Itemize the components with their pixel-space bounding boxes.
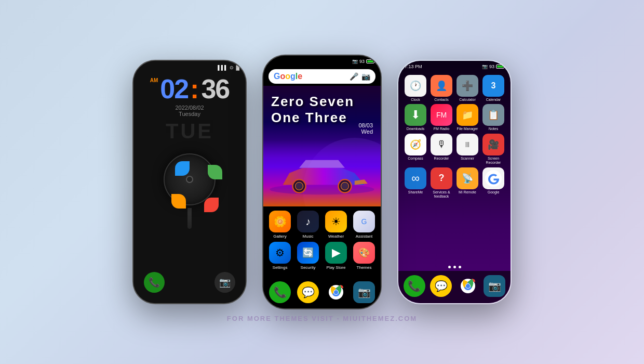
- page-dot-2: [453, 266, 456, 268]
- battery-icon: ▓: [236, 65, 239, 70]
- theme-title-line1: Zero Seven: [271, 94, 354, 110]
- right-label-calendar: Calendar: [486, 98, 501, 102]
- right-dock-phone[interactable]: 📞: [404, 275, 425, 297]
- right-icon-screenrecorder: 🎥: [482, 134, 504, 155]
- right-label-clock: Clock: [411, 98, 420, 102]
- right-app-compass[interactable]: 🧭 Compass: [403, 134, 428, 165]
- app-icon-playstore: ▶: [325, 242, 347, 264]
- left-day-text: TUE: [166, 120, 213, 143]
- fan-center: [186, 176, 193, 183]
- page-dot-3: [459, 266, 461, 268]
- left-camera-icon[interactable]: 📷: [214, 272, 235, 293]
- theme-title: Zero Seven One Three: [271, 94, 354, 126]
- left-am-pm: AM: [150, 77, 158, 83]
- dock-camera-btn[interactable]: 📷: [353, 281, 375, 303]
- right-icon-clock: 🕐: [405, 75, 426, 97]
- left-phone-icon[interactable]: 📞: [144, 272, 165, 293]
- app-assistant[interactable]: G Assistant: [353, 211, 375, 239]
- app-weather[interactable]: ☀ Weather: [325, 211, 347, 239]
- left-bottom: 📞 📷: [133, 272, 246, 293]
- right-chrome-icon: [461, 279, 475, 293]
- phone-right: 7:13 PM 📷 93 🕐 Clock 👤 Contacts: [397, 60, 512, 304]
- right-icon-miremote: 📡: [457, 167, 478, 189]
- right-app-shareme[interactable]: ∞ ShareMe: [403, 167, 428, 199]
- right-app-downloads[interactable]: ⬇ Downloads: [403, 104, 428, 131]
- svg-point-13: [466, 284, 470, 288]
- middle-status-bar: 📷 93: [263, 56, 381, 67]
- signal-icon: ▌▌▌: [218, 65, 227, 70]
- app-icon-security: 🔄: [297, 242, 319, 264]
- right-dock-camera[interactable]: 📷: [484, 275, 505, 297]
- right-app-contacts[interactable]: 👤 Contacts: [429, 75, 454, 102]
- right-label-recorder: Recorder: [434, 157, 449, 161]
- right-screen: 7:13 PM 📷 93 🕐 Clock 👤 Contacts: [398, 61, 511, 303]
- left-status-bar: ▌▌▌ ⊙ ▓: [133, 61, 246, 70]
- fan-widget: [161, 151, 218, 208]
- right-label-google: Google: [488, 190, 500, 194]
- right-label-notes: Notes: [489, 127, 498, 131]
- right-icon-services: ?: [431, 167, 452, 189]
- right-app-calculator[interactable]: ➕ Calculator: [455, 75, 480, 102]
- app-playstore[interactable]: ▶ Play Store: [325, 242, 347, 270]
- theme-title-line2: One Three: [271, 110, 354, 126]
- search-bar[interactable]: Google 🎤 📷: [269, 69, 375, 84]
- dock-phone[interactable]: 📞: [269, 281, 291, 303]
- right-icon-scanner: |||: [457, 134, 478, 155]
- left-colon: :: [190, 75, 199, 102]
- phone-middle: 📷 93 Google 🎤 📷 Zero Seven: [262, 55, 382, 309]
- right-app-clock[interactable]: 🕐 Clock: [403, 75, 428, 102]
- right-label-miremote: Mi Remote: [459, 190, 476, 194]
- right-icon-fmradio: FM: [431, 104, 452, 126]
- dock-messages[interactable]: 💬: [297, 281, 319, 303]
- right-page-dots: [398, 263, 511, 271]
- left-hours: 02: [160, 75, 188, 102]
- mic-icon[interactable]: 🎤: [350, 72, 358, 81]
- search-camera-icon[interactable]: 📷: [361, 72, 370, 81]
- app-icon-gallery: 🌼: [269, 211, 291, 232]
- right-status-icons: 📷 93: [482, 64, 504, 69]
- svg-point-2: [296, 183, 303, 190]
- car-svg: [263, 140, 381, 206]
- right-app-filemanager[interactable]: 📁 File Manager: [455, 104, 480, 131]
- right-icon-shareme: ∞: [405, 167, 426, 189]
- dock-chrome[interactable]: [325, 281, 347, 303]
- page-dot-1: [448, 266, 451, 268]
- camera-status-icon: 📷: [352, 59, 358, 64]
- right-label-scanner: Scanner: [461, 157, 474, 161]
- phones-container: ▌▌▌ ⊙ ▓ AM 02 : 36 2022/08/02 Tuesday TU…: [132, 55, 512, 309]
- middle-notch: [306, 56, 338, 66]
- app-settings[interactable]: ⚙ Settings: [269, 242, 291, 270]
- right-app-services[interactable]: ? Services & feedback: [429, 167, 454, 199]
- app-music[interactable]: ♪ Music: [297, 211, 319, 239]
- right-label-screenrecorder: Screen Recorder: [486, 157, 501, 165]
- app-icon-themes: 🎨: [353, 242, 375, 264]
- right-app-fmradio[interactable]: FM FM Radio: [429, 104, 454, 131]
- right-label-filemanager: File Manager: [457, 127, 478, 131]
- app-security[interactable]: 🔄 Security: [297, 242, 319, 270]
- left-time-widget: AM 02 : 36: [150, 75, 230, 102]
- app-themes[interactable]: 🎨 Themes: [353, 242, 375, 270]
- right-app-scanner[interactable]: ||| Scanner: [455, 134, 480, 165]
- right-app-notes[interactable]: 📋 Notes: [481, 104, 506, 131]
- right-app-calendar[interactable]: 3 Calendar: [481, 75, 506, 102]
- right-app-miremote[interactable]: 📡 Mi Remote: [455, 167, 480, 199]
- app-label-playstore: Play Store: [327, 265, 346, 270]
- app-icon-settings: ⚙: [269, 242, 291, 264]
- right-apps-row1: 🕐 Clock 👤 Contacts ➕ Calculator 3 Calend…: [403, 75, 506, 102]
- right-app-recorder[interactable]: 🎙 Recorder: [429, 134, 454, 165]
- right-dock-chrome[interactable]: [457, 275, 479, 297]
- wifi-icon: ⊙: [230, 65, 234, 70]
- chrome-icon: [329, 285, 343, 300]
- watermark: FOR MORE THEMES VISIT - MIUITHEMEZ.COM: [227, 315, 417, 322]
- fan-blade-red: [204, 198, 219, 212]
- middle-screen: 📷 93 Google 🎤 📷 Zero Seven: [263, 56, 381, 308]
- right-app-google[interactable]: Google: [481, 167, 506, 199]
- phone-left: ▌▌▌ ⊙ ▓ AM 02 : 36 2022/08/02 Tuesday TU…: [132, 60, 247, 304]
- app-gallery[interactable]: 🌼 Gallery: [269, 211, 291, 239]
- right-dock-messages[interactable]: 💬: [430, 275, 452, 297]
- right-icon-google: [482, 167, 504, 189]
- right-app-screenrecorder[interactable]: 🎥 Screen Recorder: [481, 134, 506, 165]
- middle-bottom-dock: 📞 💬 📷: [263, 277, 381, 308]
- middle-date: 08/03 Wed: [358, 122, 373, 135]
- right-label-services: Services & feedback: [433, 190, 450, 199]
